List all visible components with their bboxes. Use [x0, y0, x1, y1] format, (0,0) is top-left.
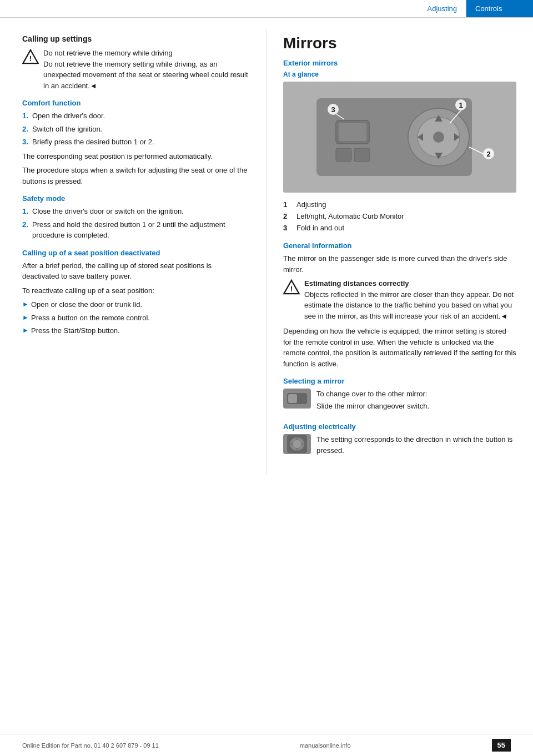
bullet-item-2: ► Press a button on the remote control.: [22, 313, 249, 324]
svg-rect-28: [288, 394, 297, 403]
mirror-legend-list: 1 Adjusting 2 Left/right, Automatic Curb…: [283, 199, 516, 234]
comfort-function-heading: Comfort function: [22, 99, 249, 107]
footer-online-text: Online Edition for Part no. 01 40 2 607 …: [22, 742, 159, 749]
main-content: Calling up settings ! Do not retrieve th…: [0, 18, 533, 475]
adjusting-electrically-icon-row: The setting corresponds to the direction…: [283, 434, 516, 459]
controls-text: Controls: [475, 4, 502, 13]
svg-text:!: !: [290, 285, 293, 293]
calling-up-seat-para1: After a brief period, the calling up of …: [22, 260, 249, 282]
comfort-function-section: Comfort function 1. Open the driver's do…: [22, 99, 249, 187]
svg-text:!: !: [29, 54, 32, 63]
footer-watermark: manualsonline.info: [300, 742, 351, 749]
safety-mode-list: 1. Close the driver's door or switch on …: [22, 206, 249, 241]
selecting-mirror-section: Selecting a mirror To change over to the…: [283, 377, 516, 415]
adjusting-electrically-text: The setting corresponds to the direction…: [316, 434, 516, 456]
general-info-heading: General information: [283, 241, 516, 250]
legend-item-1: 1 Adjusting: [283, 199, 516, 211]
svg-text:1: 1: [459, 101, 462, 109]
svg-point-31: [293, 440, 301, 448]
svg-text:3: 3: [331, 105, 335, 114]
mirror-warning-text: Estimating distances correctly Objects r…: [304, 278, 516, 321]
adjusting-electrically-heading: Adjusting electrically: [283, 422, 516, 431]
general-information-section: General information The mirror on the pa…: [283, 241, 516, 369]
svg-rect-23: [336, 148, 351, 162]
calling-up-seat-para2: To reactivate calling up of a seat posit…: [22, 285, 249, 296]
calling-up-settings-section: Calling up settings ! Do not retrieve th…: [22, 34, 249, 91]
calling-up-seat-heading: Calling up of a seat position deactivate…: [22, 249, 249, 257]
comfort-step-1: 1. Open the driver's door.: [22, 110, 249, 122]
general-info-para1: The mirror on the passenger side is more…: [283, 253, 516, 275]
svg-point-7: [433, 132, 444, 143]
left-column: Calling up settings ! Do not retrieve th…: [0, 29, 266, 475]
comfort-step-3: 3. Briefly press the desired button 1 or…: [22, 137, 249, 148]
mirror-diagram-svg: 1 2 3: [283, 82, 516, 193]
mirrors-title: Mirrors: [283, 34, 516, 52]
bullet-arrow-1: ►: [22, 299, 31, 310]
right-column: Mirrors Exterior mirrors At a glance: [266, 29, 533, 475]
legend-item-3: 3 Fold in and out: [283, 223, 516, 234]
safety-mode-section: Safety mode 1. Close the driver's door o…: [22, 194, 249, 241]
reactivate-list: ► Open or close the door or trunk lid. ►…: [22, 299, 249, 336]
header-controls-label: Controls: [466, 0, 533, 17]
mirror-diagram-container: 1 2 3: [283, 82, 516, 193]
warning-icon-1: !: [22, 49, 39, 64]
selecting-mirror-heading: Selecting a mirror: [283, 377, 516, 385]
calling-up-settings-title: Calling up settings: [22, 34, 249, 43]
exterior-mirrors-heading: Exterior mirrors: [283, 59, 516, 67]
comfort-function-list: 1. Open the driver's door. 2. Switch off…: [22, 110, 249, 148]
calling-up-seat-section: Calling up of a seat position deactivate…: [22, 249, 249, 336]
bullet-arrow-2: ►: [22, 313, 31, 324]
bullet-item-1: ► Open or close the door or trunk lid.: [22, 299, 249, 310]
warning-text-1: Do not retrieve the memory while driving…: [43, 48, 249, 91]
adjusting-electrically-section: Adjusting electrically The setting corre…: [283, 422, 516, 459]
svg-rect-24: [354, 148, 370, 162]
selecting-mirror-text: To change over to the other mirror: Slid…: [316, 389, 429, 415]
adjusting-joystick-icon: [283, 434, 311, 454]
comfort-note-2: The procedure stops when a switch for ad…: [22, 165, 249, 187]
warning-icon-2: !: [283, 279, 300, 295]
exterior-mirrors-section: Exterior mirrors At a glance: [283, 59, 516, 234]
comfort-note-1: The corresponding seat position is perfo…: [22, 151, 249, 162]
mirror-warning-box: ! Estimating distances correctly Objects…: [283, 278, 516, 321]
selecting-mirror-icon-row: To change over to the other mirror: Slid…: [283, 389, 516, 415]
comfort-step-2: 2. Switch off the ignition.: [22, 124, 249, 135]
legend-item-2: 2 Left/right, Automatic Curb Monitor: [283, 211, 516, 223]
bullet-arrow-3: ►: [22, 325, 31, 336]
warning-box-drive: ! Do not retrieve the memory while drivi…: [22, 48, 249, 91]
safety-step-2: 2. Press and hold the desired button 1 o…: [22, 219, 249, 241]
at-a-glance-heading: At a glance: [283, 70, 516, 78]
adjusting-text: Adjusting: [428, 4, 457, 13]
footer-page-number: 55: [492, 739, 511, 752]
svg-rect-19: [339, 123, 366, 141]
safety-step-1: 1. Close the driver's door or switch on …: [22, 206, 249, 217]
header-adjusting-label: Adjusting: [419, 0, 466, 17]
footer: Online Edition for Part no. 01 40 2 607 …: [0, 734, 533, 756]
svg-text:2: 2: [486, 150, 490, 158]
bullet-item-3: ► Press the Start/Stop button.: [22, 325, 249, 336]
header-bar: Adjusting Controls: [0, 0, 533, 18]
general-info-para2: Depending on how the vehicle is equipped…: [283, 326, 516, 369]
safety-mode-heading: Safety mode: [22, 194, 249, 203]
mirror-switch-icon: [283, 389, 311, 409]
